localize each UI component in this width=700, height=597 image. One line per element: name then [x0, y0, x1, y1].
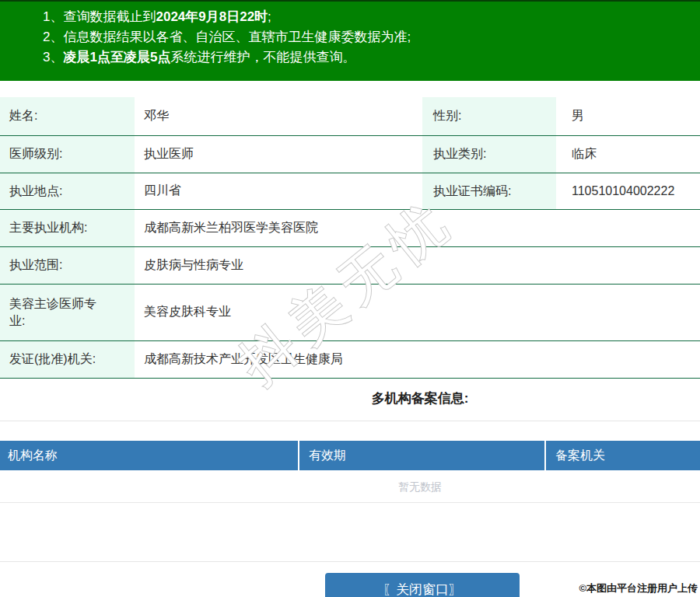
practice-type-value: 临床	[556, 135, 700, 173]
practice-location-label: 执业地点:	[0, 173, 135, 209]
certificate-number-value: 110510104002222	[556, 173, 700, 209]
filing-table-header: 机构名称 有效期 备案机关	[0, 441, 700, 470]
cosmetic-specialty-label: 美容主诊医师专业:	[0, 284, 135, 340]
practice-location-value: 四川省	[135, 173, 422, 209]
table-row: 主要执业机构: 成都高新米兰柏羽医学美容医院	[0, 209, 700, 246]
practice-scope-label: 执业范围:	[0, 246, 135, 284]
notice-line-3: 3、凌晨1点至凌晨5点系统进行维护，不能提供查询。	[0, 47, 700, 68]
notice-2-text: 2、信息数据结果以各省、自治区、直辖市卫生健康委数据为准;	[43, 30, 411, 44]
close-window-button[interactable]: 〖关闭窗口〗	[325, 573, 520, 597]
copyright-note: ©本图由平台注册用户上传	[579, 581, 698, 595]
table-row: 执业地点: 四川省 执业证书编码: 110510104002222	[0, 173, 700, 209]
filing-col-institution: 机构名称	[0, 441, 298, 470]
primary-institution-label: 主要执业机构:	[0, 209, 135, 246]
table-row: 发证(批准)机关: 成都高新技术产业开发区卫生健康局	[0, 340, 700, 378]
name-value: 邓华	[135, 97, 422, 135]
filing-section-title: 多机构备案信息:	[0, 390, 700, 407]
notice-3-bold: 凌晨1点至凌晨5点	[63, 50, 170, 65]
practice-type-label: 执业类别:	[422, 135, 556, 173]
name-label: 姓名:	[0, 97, 135, 135]
notice-3-suffix: 系统进行维护，不能提供查询。	[170, 50, 355, 65]
table-row: 美容主诊医师专业: 美容皮肤科专业	[0, 284, 700, 340]
gender-label: 性别:	[422, 97, 556, 135]
filing-col-authority: 备案机关	[544, 441, 700, 470]
notice-3-text: 3、	[43, 50, 63, 65]
doctor-level-value: 执业医师	[135, 135, 422, 173]
divider	[0, 421, 700, 421]
issuing-authority-label: 发证(批准)机关:	[0, 340, 135, 378]
gender-value: 男	[556, 97, 700, 135]
notice-banner: 1、查询数据截止到2024年9月8日22时; 2、信息数据结果以各省、自治区、直…	[0, 0, 700, 81]
table-row: 医师级别: 执业医师 执业类别: 临床	[0, 135, 700, 173]
divider	[0, 561, 700, 562]
practice-scope-value: 皮肤病与性病专业	[135, 246, 700, 284]
notice-line-1: 1、查询数据截止到2024年9月8日22时;	[0, 7, 700, 27]
certificate-number-label: 执业证书编码:	[422, 173, 556, 209]
notice-1-text: 1、查询数据截止到	[43, 9, 156, 24]
practitioner-info-table: 姓名: 邓华 性别: 男 医师级别: 执业医师 执业类别: 临床 执业地点: 四…	[0, 97, 700, 379]
cosmetic-specialty-value: 美容皮肤科专业	[135, 284, 700, 340]
table-row: 执业范围: 皮肤病与性病专业	[0, 246, 700, 284]
filing-col-validity: 有效期	[298, 441, 544, 470]
primary-institution-value: 成都高新米兰柏羽医学美容医院	[135, 209, 700, 246]
issuing-authority-value: 成都高新技术产业开发区卫生健康局	[135, 340, 700, 378]
doctor-level-label: 医师级别:	[0, 135, 135, 173]
notice-1-bold: 2024年9月8日22时	[156, 9, 268, 24]
notice-1-suffix: ;	[268, 9, 271, 24]
table-row: 姓名: 邓华 性别: 男	[0, 97, 700, 135]
filing-empty-row: 暂无数据	[0, 470, 700, 503]
notice-line-2: 2、信息数据结果以各省、自治区、直辖市卫生健康委数据为准;	[0, 27, 700, 47]
